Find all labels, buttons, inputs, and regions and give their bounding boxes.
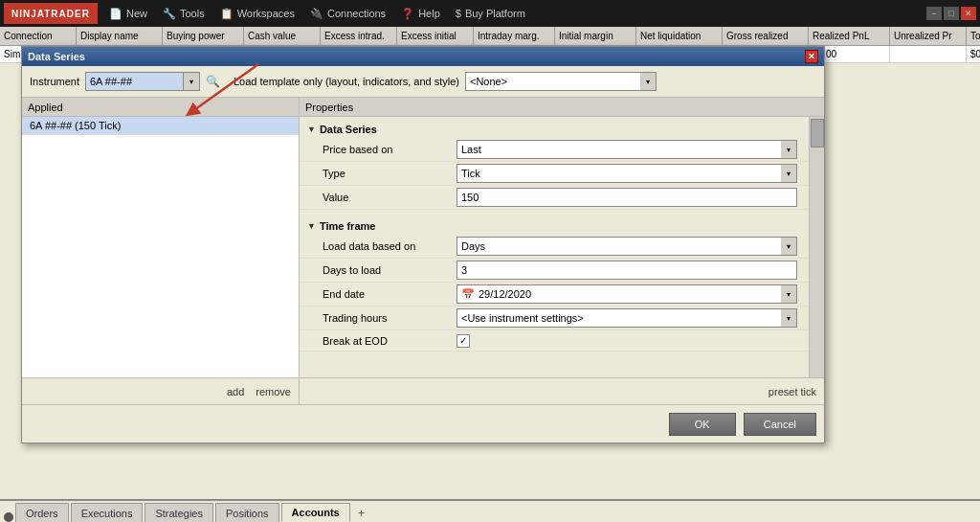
ok-button[interactable]: OK xyxy=(669,413,736,436)
instrument-dropdown-arrow[interactable]: ▾ xyxy=(184,73,199,90)
load-template-value: <None> xyxy=(466,76,640,87)
price-based-on-select[interactable]: Last ▾ xyxy=(457,140,797,159)
col-total-pnl: Total PnL xyxy=(967,27,980,45)
remove-link[interactable]: remove xyxy=(256,386,291,397)
value-input[interactable]: 150 xyxy=(457,188,797,207)
trading-hours-row: Trading hours <Use instrument settings> … xyxy=(300,306,824,330)
preset-tick-link[interactable]: preset tick xyxy=(768,386,816,397)
col-cash-value: Cash value xyxy=(244,27,321,45)
load-data-based-on-row: Load data based on Days ▾ xyxy=(300,235,824,259)
instrument-input[interactable]: 6A ##-## ▾ xyxy=(85,72,200,91)
price-based-on-label: Price based on xyxy=(323,144,457,155)
ninja-logo: NINJATRADER xyxy=(4,3,98,24)
col-realized-pnl: Realized PnL xyxy=(809,27,890,45)
col-excess-intrad: Excess intrad. xyxy=(321,27,397,45)
data-series-dialog: Data Series ✕ Instrument 6A ##-## ▾ 🔍 Lo… xyxy=(21,46,825,443)
break-at-eod-checkbox[interactable]: ✓ xyxy=(457,334,470,348)
instrument-row: Instrument 6A ##-## ▾ 🔍 Load template on… xyxy=(22,66,824,98)
window-controls: − □ ✕ xyxy=(926,7,976,20)
load-data-based-on-value: Days ▾ xyxy=(457,237,816,256)
type-arrow[interactable]: ▾ xyxy=(781,165,796,182)
end-date-arrow[interactable]: ▾ xyxy=(781,285,796,303)
applied-item[interactable]: 6A ##-## (150 Tick) xyxy=(22,117,299,135)
col-intraday-marg: Intraday marg. xyxy=(474,27,555,45)
end-date-value: 📅29/12/2020 ▾ xyxy=(457,284,816,304)
end-date-select[interactable]: 📅29/12/2020 ▾ xyxy=(457,284,797,304)
cell-total-pnl: $0.00 xyxy=(967,46,980,62)
close-button[interactable]: ✕ xyxy=(961,7,976,20)
col-display-name: Display name xyxy=(77,27,163,45)
tab-strategies[interactable]: Strategies xyxy=(145,503,213,522)
load-template-arrow[interactable]: ▾ xyxy=(640,73,656,90)
value-input-container: 150 xyxy=(457,188,816,207)
type-label: Type xyxy=(323,168,457,179)
type-selected: Tick xyxy=(457,168,781,179)
trading-hours-arrow[interactable]: ▾ xyxy=(781,309,796,327)
load-data-based-on-arrow[interactable]: ▾ xyxy=(781,238,796,255)
col-gross-realized: Gross realized xyxy=(723,27,809,45)
load-data-based-on-select[interactable]: Days ▾ xyxy=(457,237,797,256)
column-header-row: Connection Display name Buying power Cas… xyxy=(0,27,980,46)
left-panel: Applied 6A ##-## (150 Tick) add remove xyxy=(22,98,300,404)
break-at-eod-row: Break at EOD ✓ xyxy=(300,330,824,352)
workspaces-icon: 📋 xyxy=(220,8,234,20)
menu-help[interactable]: ❓ Help xyxy=(393,3,448,24)
col-buying-power: Buying power xyxy=(163,27,244,45)
data-series-section-label: Data Series xyxy=(320,124,377,135)
menu-buy-platform[interactable]: $ Buy Platform xyxy=(448,3,533,24)
load-data-based-on-selected: Days xyxy=(457,240,781,252)
right-panel: Properties ▼ Data Series Price based on xyxy=(300,98,824,404)
days-to-load-row: Days to load 3 xyxy=(300,259,824,283)
data-series-section: ▼ Data Series Price based on Last ▾ xyxy=(300,117,824,214)
maximize-button[interactable]: □ xyxy=(944,7,959,20)
type-select[interactable]: Tick ▾ xyxy=(457,164,797,183)
price-based-on-selected: Last xyxy=(457,144,781,155)
bottom-area: Orders Executions Strategies Positions A… xyxy=(0,499,980,522)
price-based-on-arrow[interactable]: ▾ xyxy=(781,141,796,158)
end-date-selected: 📅29/12/2020 xyxy=(457,288,781,301)
calendar-icon: 📅 xyxy=(461,288,475,300)
value-label: Value xyxy=(323,192,457,203)
menu-new[interactable]: 📄 New xyxy=(101,3,155,24)
new-icon: 📄 xyxy=(109,8,122,20)
price-based-on-row: Price based on Last ▾ xyxy=(300,138,824,162)
days-to-load-input[interactable]: 3 xyxy=(457,261,797,280)
data-series-section-header[interactable]: ▼ Data Series xyxy=(300,121,824,138)
break-at-eod-label: Break at EOD xyxy=(323,335,457,347)
tab-executions[interactable]: Executions xyxy=(71,503,144,522)
load-template-label: Load template only (layout, indicators, … xyxy=(234,76,459,87)
properties-header: Properties xyxy=(300,98,824,117)
applied-list: 6A ##-## (150 Tick) xyxy=(22,117,299,377)
menu-workspaces[interactable]: 📋 Workspaces xyxy=(212,3,302,24)
help-icon: ❓ xyxy=(401,8,414,20)
menu-tools[interactable]: 🔧 Tools xyxy=(155,3,212,24)
load-data-based-on-label: Load data based on xyxy=(323,240,457,252)
minimize-button[interactable]: − xyxy=(926,7,942,20)
days-to-load-input-container: 3 xyxy=(457,261,816,280)
trading-hours-select[interactable]: <Use instrument settings> ▾ xyxy=(457,308,797,328)
tools-icon: 🔧 xyxy=(163,8,176,20)
trading-hours-label: Trading hours xyxy=(323,312,457,324)
col-excess-initial: Excess initial xyxy=(397,27,474,45)
time-frame-section-header[interactable]: ▼ Time frame xyxy=(300,217,824,235)
buy-icon: $ xyxy=(456,8,461,19)
load-template-select[interactable]: <None> ▾ xyxy=(465,72,657,91)
add-link[interactable]: add xyxy=(227,386,244,397)
add-tab-button[interactable]: + xyxy=(352,503,371,522)
dialog-close-button[interactable]: ✕ xyxy=(805,50,818,63)
instrument-search-button[interactable]: 🔍 xyxy=(206,75,220,88)
cancel-button[interactable]: Cancel xyxy=(744,413,816,436)
tab-orders[interactable]: Orders xyxy=(15,503,69,522)
menu-connections[interactable]: 🔌 Connections xyxy=(302,3,393,24)
properties-scroll[interactable]: ▼ Data Series Price based on Last ▾ xyxy=(300,117,824,377)
dialog-title-bar: Data Series ✕ xyxy=(22,47,824,66)
tab-accounts[interactable]: Accounts xyxy=(281,503,350,522)
days-to-load-label: Days to load xyxy=(323,264,457,276)
dialog-body: Applied 6A ##-## (150 Tick) add remove P… xyxy=(22,98,824,404)
instrument-value: 6A ##-## xyxy=(86,73,184,90)
value-row: Value 150 xyxy=(300,186,824,210)
tab-positions[interactable]: Positions xyxy=(215,503,279,522)
dialog-footer: OK Cancel xyxy=(22,404,824,443)
col-connection: Connection xyxy=(0,27,77,45)
col-net-liquidation: Net liquidation xyxy=(636,27,723,45)
